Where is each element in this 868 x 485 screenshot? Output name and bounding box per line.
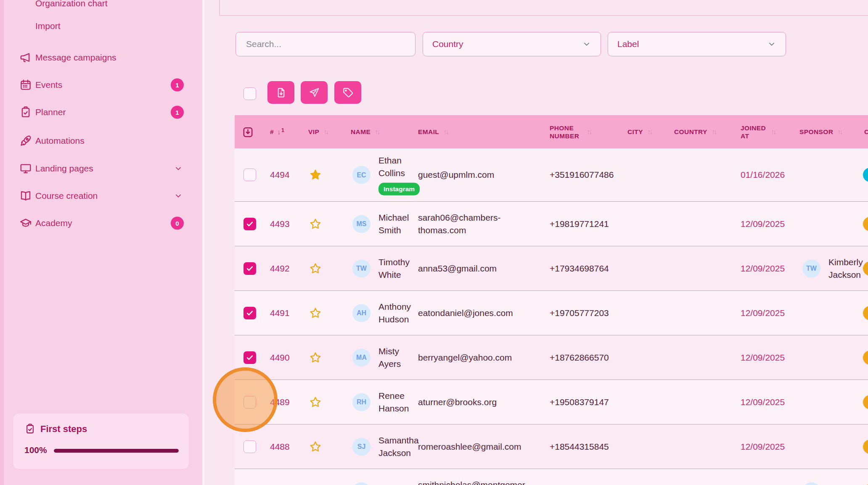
column-label: NAME [351,128,370,136]
row-id[interactable]: 4488 [270,442,290,452]
status-dot [863,217,868,231]
clipboard-check-icon [24,423,36,435]
column-header-joined-at[interactable]: JOINED AT ↑↓ [741,124,775,140]
row-id[interactable]: 4491 [270,308,290,318]
contact-name[interactable]: Samantha Jackson [378,434,419,459]
monitor-icon [19,162,32,175]
sidebar-item-label: Events [35,80,62,90]
avatar: AH [352,304,370,322]
contact-name[interactable]: Ethan CollinsInstagram [378,154,419,195]
column-header-number[interactable]: # ↓1 [270,127,284,136]
count-badge: 0 [171,217,184,230]
sidebar-item-message-campaigns[interactable]: Message campaigns [0,44,202,71]
row-id[interactable]: 4490 [270,353,290,363]
contact-email: smithnicholas@montgomery- [418,478,526,485]
row-checkbox[interactable] [243,262,256,275]
row-checkbox[interactable] [243,307,256,319]
row-checkbox[interactable] [243,396,256,409]
vip-star-filled-icon[interactable] [309,169,322,181]
sidebar-item-academy[interactable]: Academy0 [0,209,202,237]
tag-icon [342,87,354,98]
sponsor-avatar: TW [802,259,820,277]
first-steps-card[interactable]: First steps 100% [13,413,189,469]
avatar: TW [352,259,370,277]
column-header-city[interactable]: CITY ↑↓ [627,128,651,136]
row-checkbox[interactable] [243,169,256,181]
contact-name[interactable]: Anthony Hudson [378,300,419,326]
row-id[interactable]: 4489 [270,397,290,407]
contact-name[interactable]: Michael Smith [378,211,419,237]
row-id[interactable]: 4493 [270,219,290,229]
sidebar-item-organization-chart[interactable]: Organization chart [0,0,202,13]
column-header-country[interactable]: COUNTRY ↑↓ [674,128,716,136]
contact-email: eatondaniel@jones.com [418,306,526,319]
column-label: SPONSOR [799,128,833,136]
column-label: C [864,128,868,136]
vip-star-outline-icon[interactable] [309,440,322,453]
search-input[interactable] [236,32,415,56]
sidebar-item-landing-pages[interactable]: Landing pages [0,155,202,182]
book-icon [19,190,32,202]
column-header-name[interactable]: NAME ↑↓ [351,128,379,136]
table-row: 4492TWTimothy Whiteanna53@gmail.com+1793… [235,246,868,291]
first-steps-progressbar [54,449,179,453]
sidebar-item-automations[interactable]: Automations [0,127,202,155]
column-header-sponsor[interactable]: SPONSOR ↑↓ [799,128,842,136]
row-checkbox[interactable] [243,440,256,453]
label-select[interactable]: Label [608,32,786,56]
chevron-down-icon [174,164,183,173]
vip-star-outline-icon[interactable] [309,396,322,409]
table-row: 4487NANicolesmithnicholas@montgomery-+18… [235,469,868,485]
sidebar-item-events[interactable]: Events1 [0,71,202,99]
row-id[interactable]: 4494 [270,170,290,180]
column-label: PHONE NUMBER [550,124,582,140]
row-id[interactable]: 4492 [270,264,290,274]
chevron-down-icon [767,40,776,49]
status-dot [863,395,868,409]
file-download-icon [275,87,287,98]
joined-at-date: 01/16/2026 [741,170,785,180]
table-header: # ↓1 VIP ↑↓ NAME ↑↓ EMAIL ↑↓ PHONE NUMBE… [235,115,868,148]
avatar: MA [352,348,370,366]
joined-at-date: 12/09/2025 [741,308,785,318]
contact-email: aturner@brooks.org [418,395,526,408]
column-header-phone[interactable]: PHONE NUMBER ↑↓ [550,124,591,140]
sidebar-item-label: Landing pages [35,163,93,174]
sort-arrows-icon: ↑↓ [771,128,775,136]
sidebar-item-label: Course creation [35,191,98,201]
table-row: 4490MAMisty Ayersberryangel@yahoo.com+18… [235,335,868,380]
avatar: SJ [352,438,370,456]
contact-name[interactable]: Misty Ayers [378,345,419,370]
sponsor-name: Kimberly Jackson [828,256,868,281]
search-field [236,32,415,56]
send-message-button[interactable] [301,81,328,104]
contact-email: anna53@gmail.com [418,262,526,274]
sidebar-item-course-creation[interactable]: Course creation [0,182,202,210]
sidebar-item-label: Planner [35,107,66,117]
export-contacts-button[interactable] [267,81,294,104]
contact-name[interactable]: Timothy White [378,256,419,281]
row-checkbox[interactable] [243,218,256,230]
contact-name[interactable]: Renee Hanson [378,389,419,415]
count-badge: 1 [171,106,184,119]
vip-star-outline-icon[interactable] [309,307,322,319]
sort-arrows-icon: ↑↓ [647,128,651,136]
sidebar-item-import[interactable]: Import [0,16,202,36]
sort-arrows-icon: ↑↓ [323,128,328,136]
status-dot [863,168,868,182]
sidebar-item-planner[interactable]: Planner1 [0,98,202,126]
sidebar-item-label: Message campaigns [35,53,116,63]
column-header-vip[interactable]: VIP ↑↓ [308,128,328,136]
row-checkbox[interactable] [243,351,256,364]
sidebar-item-label: Automations [35,136,85,146]
select-all-checkbox[interactable] [243,87,256,100]
count-badge: 1 [171,79,184,92]
sidebar: Organization chartImportMessage campaign… [0,0,204,485]
country-select[interactable]: Country [423,32,601,56]
tag-button[interactable] [334,81,361,104]
column-header-email[interactable]: EMAIL ↑↓ [418,128,447,136]
vip-star-outline-icon[interactable] [309,351,322,364]
vip-star-outline-icon[interactable] [309,218,322,230]
vip-star-outline-icon[interactable] [309,262,322,275]
export-icon[interactable] [241,125,254,138]
